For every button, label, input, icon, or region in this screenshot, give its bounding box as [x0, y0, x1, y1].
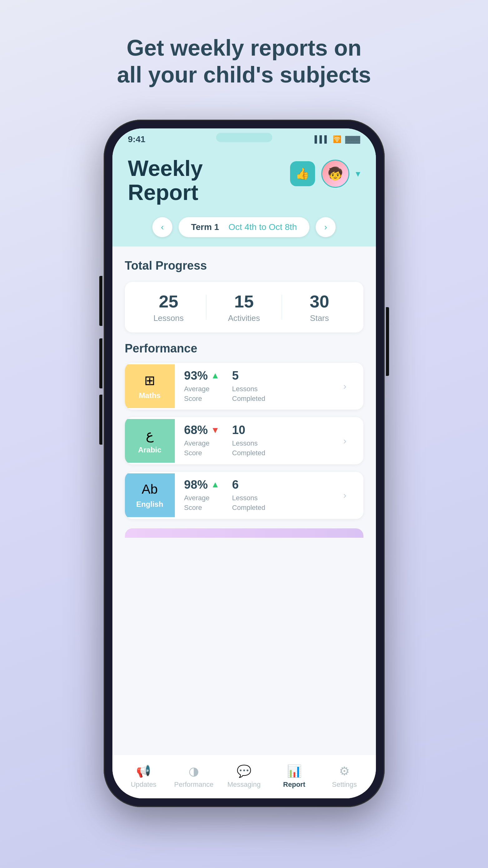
- next-week-button[interactable]: ›: [316, 217, 336, 237]
- subject-name: Maths: [139, 391, 161, 400]
- nav-report[interactable]: 📊 Report: [269, 764, 319, 788]
- subject-name: English: [136, 500, 163, 509]
- phone-mockup: 9:41 ▌▌▌ 🛜 ▓▓▓ Weekly Report 👍 🧒 ▾: [104, 120, 385, 807]
- chat-button[interactable]: 👍: [290, 161, 315, 186]
- performance-icon: ◑: [189, 764, 199, 778]
- subject-icon: Ab: [142, 482, 158, 497]
- trend-up-icon: ▲: [211, 479, 220, 490]
- lessons-count: 10: [232, 423, 265, 437]
- settings-label: Settings: [332, 780, 357, 788]
- status-time: 9:41: [128, 134, 145, 144]
- avg-percentage: 93% ▲: [184, 369, 220, 382]
- messaging-label: Messaging: [227, 780, 260, 788]
- avg-percentage: 98% ▲: [184, 478, 220, 492]
- lessons-completed-label: LessonsCompleted: [232, 493, 265, 513]
- headline: Get weekly reports on all your child's s…: [117, 34, 371, 88]
- subject-icon: ⊞: [144, 373, 155, 388]
- avg-score-group: 68% ▼ AverageScore: [184, 423, 220, 458]
- subject-card-arabic[interactable]: ع Arabic 68% ▼ AverageScore 10 LessonsCo…: [125, 417, 363, 464]
- updates-icon: 📢: [136, 764, 151, 778]
- title-line1: Weekly: [128, 157, 203, 181]
- subject-card-maths[interactable]: ⊞ Maths 93% ▲ AverageScore 5 LessonsComp…: [125, 363, 363, 410]
- subject-icon-box: ع Arabic: [125, 419, 175, 463]
- lessons-completed-group: 6 LessonsCompleted: [232, 478, 265, 513]
- report-label: Report: [283, 780, 305, 788]
- status-icons: ▌▌▌ 🛜 ▓▓▓: [315, 135, 360, 144]
- report-icon: 📊: [287, 764, 302, 778]
- avatar[interactable]: 🧒: [321, 160, 349, 188]
- messaging-icon: 💬: [237, 764, 251, 778]
- settings-icon: ⚙: [339, 764, 350, 778]
- avg-label: AverageScore: [184, 384, 220, 404]
- chevron-right-icon: ›: [344, 381, 347, 392]
- chevron-right-icon: ›: [344, 436, 347, 446]
- stars-label: Stars: [282, 313, 357, 323]
- nav-performance[interactable]: ◑ Performance: [169, 764, 219, 788]
- performance-title: Performance: [125, 342, 363, 355]
- nav-messaging[interactable]: 💬 Messaging: [219, 764, 269, 788]
- subject-icon-box: ⊞ Maths: [125, 364, 175, 408]
- lessons-completed-group: 10 LessonsCompleted: [232, 423, 265, 458]
- nav-updates[interactable]: 📢 Updates: [119, 764, 169, 788]
- subject-card-english[interactable]: Ab English 98% ▲ AverageScore 6 LessonsC…: [125, 472, 363, 519]
- prev-week-button[interactable]: ‹: [152, 217, 172, 237]
- headline-line2: all your child's subjects: [117, 61, 371, 88]
- nav-settings[interactable]: ⚙ Settings: [319, 764, 370, 788]
- lessons-count: 5: [232, 369, 265, 382]
- performance-section: Performance ⊞ Maths 93% ▲ AverageScore 5…: [125, 342, 363, 519]
- partial-card: [125, 528, 363, 538]
- subject-name: Arabic: [138, 445, 161, 454]
- week-pill: Term 1 Oct 4th to Oct 8th: [178, 217, 310, 237]
- app-header: Weekly Report 👍 🧒 ▾: [112, 150, 376, 217]
- activities-value: 15: [206, 291, 282, 312]
- subject-stats: 98% ▲ AverageScore 6 LessonsCompleted ›: [175, 472, 363, 519]
- phone-screen: 9:41 ▌▌▌ 🛜 ▓▓▓ Weekly Report 👍 🧒 ▾: [112, 128, 376, 798]
- app-title: Weekly Report: [128, 157, 203, 205]
- avg-score-group: 98% ▲ AverageScore: [184, 478, 220, 513]
- avg-label: AverageScore: [184, 493, 220, 513]
- battery-icon: ▓▓▓: [345, 135, 360, 144]
- avg-label: AverageScore: [184, 439, 220, 458]
- wifi-icon: 🛜: [333, 135, 341, 144]
- subject-stats: 93% ▲ AverageScore 5 LessonsCompleted ›: [175, 363, 363, 410]
- trend-up-icon: ▲: [211, 371, 220, 380]
- status-bar: 9:41 ▌▌▌ 🛜 ▓▓▓: [112, 128, 376, 150]
- lessons-count: 6: [232, 478, 265, 492]
- stars-value: 30: [282, 291, 357, 312]
- app-content: Total Progress 25 Lessons 15 Activities …: [112, 247, 376, 754]
- lessons-value: 25: [131, 291, 206, 312]
- lessons-stat: 25 Lessons: [131, 291, 206, 323]
- total-progress-title: Total Progress: [125, 259, 363, 273]
- subject-stats: 68% ▼ AverageScore 10 LessonsCompleted ›: [175, 417, 363, 464]
- term-label: Term 1: [191, 222, 219, 232]
- lessons-completed-group: 5 LessonsCompleted: [232, 369, 265, 404]
- chevron-right-icon: ›: [344, 490, 347, 501]
- chevron-down-icon[interactable]: ▾: [356, 168, 360, 179]
- stars-stat: 30 Stars: [282, 291, 357, 323]
- activities-stat: 15 Activities: [206, 291, 282, 323]
- avg-score-group: 93% ▲ AverageScore: [184, 369, 220, 404]
- subject-cards: ⊞ Maths 93% ▲ AverageScore 5 LessonsComp…: [125, 363, 363, 519]
- activities-label: Activities: [206, 313, 282, 323]
- phone-frame: 9:41 ▌▌▌ 🛜 ▓▓▓ Weekly Report 👍 🧒 ▾: [104, 120, 385, 807]
- lessons-completed-label: LessonsCompleted: [232, 384, 265, 404]
- trend-down-icon: ▼: [211, 425, 220, 435]
- signal-icon: ▌▌▌: [315, 135, 329, 144]
- lessons-label: Lessons: [131, 313, 206, 323]
- title-line2: Report: [128, 181, 203, 205]
- headline-line1: Get weekly reports on: [117, 34, 371, 61]
- updates-label: Updates: [131, 780, 156, 788]
- avg-percentage: 68% ▼: [184, 423, 220, 437]
- performance-label: Performance: [174, 780, 214, 788]
- lessons-completed-label: LessonsCompleted: [232, 439, 265, 458]
- progress-card: 25 Lessons 15 Activities 30 Stars: [125, 282, 363, 333]
- header-right: 👍 🧒 ▾: [290, 160, 360, 188]
- subject-icon-box: Ab English: [125, 473, 175, 517]
- subject-icon: ع: [146, 427, 154, 442]
- week-navigation: ‹ Term 1 Oct 4th to Oct 8th ›: [112, 217, 376, 247]
- date-range: Oct 4th to Oct 8th: [229, 222, 297, 232]
- bottom-navigation: 📢 Updates ◑ Performance 💬 Messaging 📊 Re…: [112, 754, 376, 798]
